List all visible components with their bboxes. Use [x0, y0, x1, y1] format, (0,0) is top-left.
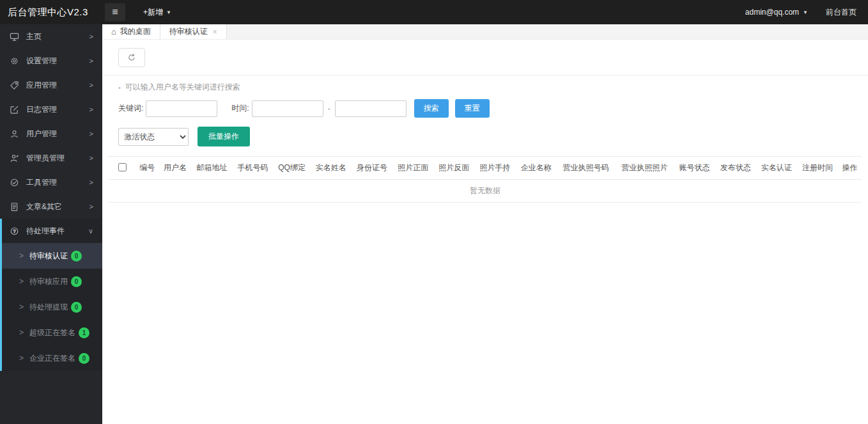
submenu-arrow-icon: > [19, 302, 24, 311]
submenu-arrow-icon: > [19, 277, 24, 286]
sidebar-item-label: 用户管理 [26, 129, 89, 139]
reset-button[interactable]: 重置 [455, 99, 490, 118]
keyword-input[interactable] [146, 100, 217, 117]
sidebar-item-users[interactable]: 用户管理 > [0, 122, 102, 146]
col-header: QQ绑定 [274, 157, 311, 180]
time-from-input[interactable] [252, 100, 323, 117]
sidebar-item-apps[interactable]: 应用管理 > [0, 73, 102, 97]
submenu-arrow-icon: > [19, 354, 24, 363]
toolbar [102, 40, 868, 75]
chevron-right-icon: > [89, 154, 93, 162]
tools-circle-icon [9, 177, 19, 187]
col-header: 营业执照号码 [557, 157, 616, 180]
select-all-checkbox[interactable] [118, 163, 127, 171]
range-separator: - [328, 104, 330, 113]
col-header: 用户名 [159, 157, 191, 180]
chevron-down-icon: ∨ [88, 227, 93, 235]
sidebar-item-label: 文章&其它 [26, 201, 89, 212]
sidebar-item-settings[interactable]: 设置管理 > [0, 49, 102, 73]
col-header: 编号 [136, 157, 159, 180]
main-content: ⌂ 我的桌面 待审核认证 × • 可以输入用户名等关键词进行搜索 关键词: 时间… [102, 24, 868, 424]
col-header: 身份证号 [352, 157, 392, 180]
sidebar-item-tools[interactable]: 工具管理 > [0, 170, 102, 194]
sidebar-item-label: 管理员管理 [26, 153, 89, 164]
count-badge: 0 [79, 353, 89, 364]
close-icon[interactable]: × [213, 27, 217, 36]
topbar-right: admin@qq.com ▼ 前台首页 [745, 7, 868, 18]
chevron-right-icon: > [89, 178, 93, 186]
col-header: 邮箱地址 [191, 157, 232, 180]
sidebar-toggle-button[interactable]: ≡ [105, 3, 125, 21]
col-header: 操作 [838, 157, 862, 180]
col-header: 照片反面 [433, 157, 474, 180]
keyword-label: 关键词: [118, 103, 143, 114]
gear-icon [9, 56, 19, 66]
count-badge: 1 [79, 327, 89, 338]
sidebar-subitem-enterprise-signing[interactable]: > 企业正在签名 0 [2, 345, 102, 371]
sidebar-item-label: 应用管理 [26, 80, 89, 91]
count-badge: 0 [71, 302, 82, 313]
count-badge: 0 [71, 276, 82, 287]
chevron-right-icon: > [89, 57, 93, 65]
refresh-button[interactable] [118, 48, 145, 67]
submenu-label: 超级正在签名 [29, 327, 75, 338]
user-icon [9, 129, 19, 139]
tab-label: 我的桌面 [120, 26, 151, 37]
col-header: 账号状态 [674, 157, 715, 180]
search-button[interactable]: 搜索 [414, 99, 449, 118]
col-header: 照片手持 [474, 157, 515, 180]
chevron-right-icon: > [89, 203, 93, 210]
article-icon [9, 201, 19, 212]
col-header: 营业执照照片 [616, 157, 674, 180]
hamburger-icon: ≡ [112, 6, 118, 18]
new-dropdown-label: +新增 [143, 7, 163, 18]
bullet-icon: • [118, 84, 121, 91]
time-to-input[interactable] [335, 100, 407, 117]
front-home-link[interactable]: 前台首页 [826, 7, 856, 18]
sidebar-subitem-super-signing[interactable]: > 超级正在签名 1 [2, 320, 102, 345]
account-dropdown[interactable]: admin@qq.com ▼ [745, 8, 808, 17]
sidebar-item-home[interactable]: 主页 > [0, 24, 102, 49]
count-badge: 0 [71, 251, 82, 262]
sidebar-item-label: 日志管理 [26, 104, 89, 115]
question-circle-icon: ? [9, 226, 19, 236]
col-header: 企业名称 [516, 157, 557, 180]
sidebar-item-label: 工具管理 [26, 177, 89, 188]
batch-action-button[interactable]: 批量操作 [198, 127, 250, 146]
sidebar-item-articles[interactable]: 文章&其它 > [0, 194, 102, 219]
sidebar: 主页 > 设置管理 > 应用管理 > 日志管理 > 用户管理 > 管理员管理 [0, 24, 102, 424]
batch-toolbar: 激活状态 批量操作 [102, 118, 868, 146]
caret-down-icon: ▼ [803, 10, 808, 15]
sidebar-item-admins[interactable]: 管理员管理 > [0, 146, 102, 170]
search-hint-text: 可以输入用户名等关键词进行搜索 [125, 82, 240, 93]
admin-user-icon [9, 153, 19, 163]
submenu-arrow-icon: > [19, 251, 24, 260]
col-header: 实名认证 [756, 157, 797, 180]
sidebar-item-pending-events[interactable]: ? 待处理事件 ∨ [2, 219, 102, 243]
data-table: 编号 用户名 邮箱地址 手机号码 QQ绑定 实名姓名 身份证号 照片正面 照片反… [109, 156, 862, 203]
col-header: 手机号码 [232, 157, 273, 180]
new-dropdown[interactable]: +新增 ▼ [143, 7, 171, 18]
tag-icon [9, 80, 19, 90]
sidebar-subitem-pending-withdraw[interactable]: > 待处理提现 0 [2, 294, 102, 320]
sidebar-subitem-pending-apps[interactable]: > 待审核应用 0 [2, 269, 102, 294]
submenu-label: 待审核认证 [29, 251, 68, 262]
col-header: 照片正面 [392, 157, 433, 180]
col-header: 实名姓名 [311, 157, 352, 180]
submenu-label: 待审核应用 [29, 276, 68, 287]
home-icon: ⌂ [111, 27, 116, 36]
tab-label: 待审核认证 [169, 26, 208, 37]
tab-pending-auth[interactable]: 待审核认证 × [160, 24, 227, 39]
sidebar-item-logs[interactable]: 日志管理 > [0, 97, 102, 122]
chevron-right-icon: > [89, 130, 93, 137]
topbar: 后台管理中心V2.3 ≡ +新增 ▼ admin@qq.com ▼ 前台首页 [0, 0, 868, 24]
monitor-icon [9, 31, 19, 42]
caret-down-icon: ▼ [166, 10, 171, 15]
status-select[interactable]: 激活状态 [118, 128, 189, 146]
tab-my-desktop[interactable]: ⌂ 我的桌面 [102, 24, 160, 39]
time-label: 时间: [231, 103, 249, 114]
sidebar-item-label: 主页 [26, 31, 89, 42]
sidebar-item-label: 设置管理 [26, 56, 89, 67]
sidebar-item-label: 待处理事件 [26, 226, 88, 237]
sidebar-subitem-pending-auth[interactable]: > 待审核认证 0 [2, 243, 102, 269]
